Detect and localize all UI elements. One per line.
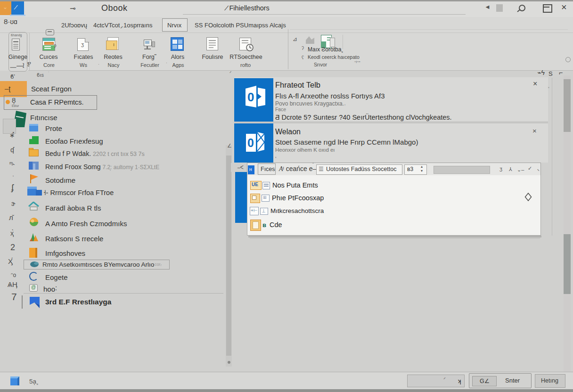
svg-text:0: 0 (247, 90, 254, 104)
svg-text:0: 0 (247, 136, 254, 149)
